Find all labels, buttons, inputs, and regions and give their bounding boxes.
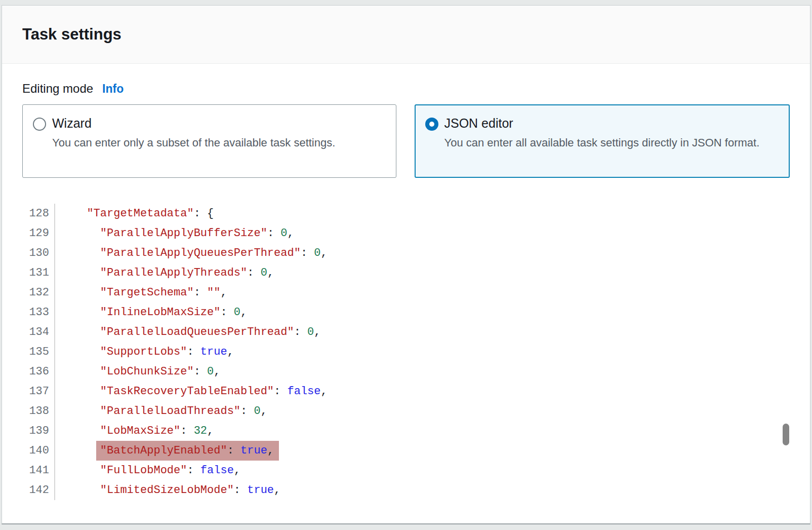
- code-line: 137 "TaskRecoveryTableEnabled": false,: [22, 382, 790, 401]
- code-text: "TargetMetadata": {: [55, 204, 214, 223]
- line-number: 139: [22, 421, 55, 441]
- code-text: "ParallelLoadQueuesPerThread": 0,: [55, 322, 321, 342]
- scrollbar-thumb[interactable]: [783, 424, 789, 445]
- line-number: 140: [22, 441, 55, 461]
- wizard-radio-icon[interactable]: [33, 118, 46, 131]
- line-number: 141: [22, 461, 55, 480]
- line-number: 130: [22, 243, 55, 263]
- code-text: "ParallelLoadThreads": 0,: [55, 401, 267, 421]
- info-link[interactable]: Info: [102, 82, 124, 95]
- line-number: 129: [22, 223, 55, 243]
- code-text: "TargetSchema": "",: [55, 283, 227, 302]
- line-number: 133: [22, 302, 55, 322]
- line-number: 137: [22, 382, 55, 401]
- json-editor-radio-icon[interactable]: [425, 118, 438, 131]
- code-line: 130 "ParallelApplyQueuesPerThread": 0,: [22, 243, 790, 263]
- code-text: "ParallelApplyThreads": 0,: [55, 263, 274, 283]
- line-number: 132: [22, 283, 55, 302]
- code-line: 135 "SupportLobs": true,: [22, 342, 790, 362]
- code-text: "ParallelApplyQueuesPerThread": 0,: [55, 243, 328, 263]
- code-text: "BatchApplyEnabled": true,: [55, 441, 279, 461]
- json-editor-option-title: JSON editor: [444, 116, 760, 131]
- line-number: 135: [22, 342, 55, 362]
- json-code-editor[interactable]: 128 "TargetMetadata": { 129 "ParallelApp…: [22, 204, 790, 500]
- line-number: 131: [22, 263, 55, 283]
- editing-mode-options: Wizard You can enter only a subset of th…: [22, 104, 790, 178]
- line-number: 138: [22, 401, 55, 421]
- code-line: 131 "ParallelApplyThreads": 0,: [22, 263, 790, 283]
- json-editor-option-text: JSON editor You can enter all available …: [444, 116, 760, 166]
- json-editor-option-description: You can enter all available task setting…: [444, 134, 760, 151]
- task-settings-panel: Task settings Editing modeInfo Wizard Yo…: [2, 5, 810, 524]
- page-title: Task settings: [22, 25, 121, 44]
- code-line: 138 "ParallelLoadThreads": 0,: [22, 401, 790, 421]
- code-text: "LobChunkSize": 0,: [55, 362, 220, 382]
- code-line: 134 "ParallelLoadQueuesPerThread": 0,: [22, 322, 790, 342]
- wizard-option-tile[interactable]: Wizard You can enter only a subset of th…: [22, 104, 396, 178]
- code-line: 141 "FullLobMode": false,: [22, 461, 790, 480]
- editing-mode-row: Editing modeInfo: [22, 81, 790, 96]
- wizard-option-description: You can enter only a subset of the avail…: [52, 134, 335, 151]
- line-number: 136: [22, 362, 55, 382]
- line-number: 134: [22, 322, 55, 342]
- code-text: "FullLobMode": false,: [55, 461, 240, 480]
- wizard-option-title: Wizard: [52, 116, 335, 131]
- code-line: 129 "ParallelApplyBufferSize": 0,: [22, 223, 790, 243]
- panel-body: Editing modeInfo Wizard You can enter on…: [2, 64, 810, 500]
- line-number: 142: [22, 480, 55, 500]
- code-text: "LobMaxSize": 32,: [55, 421, 214, 441]
- code-text: "LimitedSizeLobMode": true,: [55, 480, 280, 500]
- json-editor-option-tile[interactable]: JSON editor You can enter all available …: [415, 104, 790, 178]
- code-line: 142 "LimitedSizeLobMode": true,: [22, 480, 790, 500]
- code-text: "InlineLobMaxSize": 0,: [55, 302, 247, 322]
- code-line: 128 "TargetMetadata": {: [22, 204, 790, 223]
- code-line: 140 "BatchApplyEnabled": true,: [22, 441, 790, 461]
- code-line: 133 "InlineLobMaxSize": 0,: [22, 302, 790, 322]
- code-text: "SupportLobs": true,: [55, 342, 234, 362]
- editing-mode-label: Editing mode: [22, 82, 93, 95]
- panel-header: Task settings: [2, 6, 810, 64]
- search-match-highlight: "BatchApplyEnabled": true,: [96, 441, 279, 461]
- code-text: "TaskRecoveryTableEnabled": false,: [55, 382, 328, 401]
- wizard-option-text: Wizard You can enter only a subset of th…: [52, 116, 335, 166]
- code-line: 132 "TargetSchema": "",: [22, 283, 790, 302]
- code-line: 139 "LobMaxSize": 32,: [22, 421, 790, 441]
- code-text: "ParallelApplyBufferSize": 0,: [55, 223, 294, 243]
- line-number: 128: [22, 204, 55, 223]
- code-line: 136 "LobChunkSize": 0,: [22, 362, 790, 382]
